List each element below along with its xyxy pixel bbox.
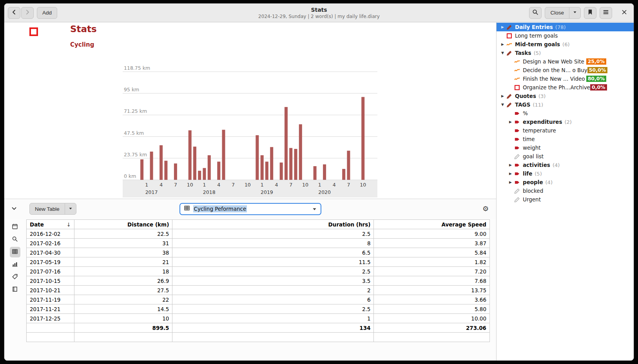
- table-cell[interactable]: 8: [172, 239, 374, 248]
- expander-right-icon[interactable]: ▶: [507, 180, 514, 184]
- table-cell[interactable]: 2017-05-19: [27, 257, 74, 267]
- sidebar-item-quotes[interactable]: ▶Quotes(3): [497, 92, 634, 100]
- sidebar-item-decide-on-the-n-o-buy[interactable]: Decide on the N… o Buy50,0%: [497, 66, 634, 74]
- close-diary-menu-button[interactable]: [569, 7, 581, 19]
- table-cell[interactable]: 3.66: [374, 295, 490, 304]
- table-cell[interactable]: 11.5: [172, 257, 374, 267]
- expander-right-icon[interactable]: ▶: [507, 172, 514, 176]
- table-cell[interactable]: 3.5: [172, 276, 374, 286]
- table-cell[interactable]: 6.5: [172, 248, 374, 257]
- collapse-panel-button[interactable]: [8, 203, 20, 215]
- new-table-menu-button[interactable]: [65, 203, 76, 215]
- table-selector-combo[interactable]: Cycling Peformance: [179, 203, 321, 215]
- expander-right-icon[interactable]: ▶: [499, 94, 506, 98]
- sidebar-item-blocked[interactable]: blocked: [497, 187, 634, 195]
- panel-mode-button-chart[interactable]: [10, 259, 20, 270]
- search-button[interactable]: [529, 7, 542, 19]
- sidebar-item-daily-entries[interactable]: ▶Daily Entries(78): [497, 23, 634, 31]
- expander-down-icon[interactable]: ▼: [499, 51, 506, 55]
- table-cell[interactable]: 2.5: [172, 267, 374, 276]
- table-cell[interactable]: 2017-10-21: [27, 286, 74, 295]
- expander-down-icon[interactable]: ▼: [499, 103, 506, 107]
- new-table-button[interactable]: New Table: [29, 203, 65, 215]
- column-header-average-speed[interactable]: Average Speed: [374, 220, 490, 229]
- expander-right-icon[interactable]: ▶: [507, 120, 514, 124]
- table-cell[interactable]: 26.9: [74, 276, 172, 286]
- expander-right-icon[interactable]: ▶: [499, 42, 506, 46]
- table-cell[interactable]: 10: [74, 314, 172, 323]
- table-settings-button[interactable]: ⚙: [480, 203, 491, 215]
- table-cell[interactable]: 21: [74, 257, 172, 267]
- table-cell[interactable]: 18: [74, 267, 172, 276]
- sidebar-item-activities[interactable]: ▶activities(4): [497, 161, 634, 169]
- table-cell[interactable]: 6: [172, 295, 374, 304]
- sidebar-item-organize-the-ph-archive[interactable]: Organize the Ph…Archive0,0%: [497, 83, 634, 92]
- sidebar-item-weight[interactable]: weight: [497, 143, 634, 152]
- table-cell[interactable]: 2017-10-15: [27, 276, 74, 286]
- svg-text:95 km: 95 km: [124, 87, 139, 92]
- table-cell[interactable]: 31: [74, 239, 172, 248]
- window-close-button[interactable]: [618, 7, 630, 19]
- table-cell[interactable]: 13.75: [374, 286, 490, 295]
- sidebar-item-item[interactable]: %: [497, 109, 634, 118]
- expander-right-icon[interactable]: ▶: [499, 25, 506, 29]
- column-header-duration-hrs[interactable]: Duration (hrs): [172, 220, 374, 229]
- table-cell[interactable]: 7.20: [374, 267, 490, 276]
- sidebar-item-design-a-new-web-site[interactable]: Design a New Web Site25,0%: [497, 57, 634, 66]
- expander-right-icon[interactable]: ▶: [507, 163, 514, 167]
- table-cell[interactable]: 2016-12-02: [27, 229, 74, 239]
- table-cell[interactable]: 7.68: [374, 276, 490, 286]
- table-row: 2017-05-192111.51.82: [27, 257, 490, 267]
- table-cell[interactable]: 2017-11-21: [27, 304, 74, 314]
- table-cell[interactable]: 1.82: [374, 257, 490, 267]
- table-cell[interactable]: 2017-02-16: [27, 239, 74, 248]
- table-cell[interactable]: 2017-04-30: [27, 248, 74, 257]
- table-cell[interactable]: 2: [172, 286, 374, 295]
- table-cell[interactable]: 2017-12-25: [27, 314, 74, 323]
- panel-mode-button-calendar[interactable]: [10, 222, 20, 232]
- sidebar-item-goal-list[interactable]: goal list: [497, 152, 634, 161]
- svg-text:2019: 2019: [261, 189, 273, 195]
- table-cell[interactable]: 5.80: [374, 304, 490, 314]
- sidebar-item-time[interactable]: time: [497, 135, 634, 143]
- panel-mode-button-notebook[interactable]: [10, 284, 20, 295]
- panel-mode-button-tag[interactable]: [10, 272, 20, 283]
- bookmark-button[interactable]: [584, 7, 596, 19]
- forward-button[interactable]: [21, 7, 34, 19]
- sidebar-item-long-term-goals[interactable]: Long term goals: [497, 31, 634, 40]
- table-cell[interactable]: 9.00: [374, 229, 490, 239]
- panel-mode-button-search[interactable]: [10, 234, 20, 245]
- table-cell[interactable]: 22: [74, 295, 172, 304]
- table-cell[interactable]: 1: [172, 314, 374, 323]
- panel-mode-button-table[interactable]: [10, 247, 20, 257]
- table-cell[interactable]: 14.5: [74, 304, 172, 314]
- sidebar-item-urgent[interactable]: Urgent: [497, 195, 634, 204]
- sidebar-item-people[interactable]: ▶people(4): [497, 178, 634, 187]
- table-cell[interactable]: 10.00: [374, 314, 490, 323]
- sidebar-item-finish-the-new-video[interactable]: Finish the New … Video80,0%: [497, 74, 634, 83]
- back-button[interactable]: [8, 7, 20, 19]
- pencil-icon: [506, 50, 514, 56]
- sidebar-item-temperature[interactable]: temperature: [497, 126, 634, 135]
- todo-checkbox-icon[interactable]: [29, 27, 38, 36]
- totals-cell: 273.06: [374, 323, 490, 333]
- add-entry-button[interactable]: Add: [37, 7, 57, 19]
- column-header-date[interactable]: Date↓: [27, 220, 74, 229]
- table-cell[interactable]: 2.5: [172, 229, 374, 239]
- table-cell[interactable]: 3.87: [374, 239, 490, 248]
- sidebar-item-life[interactable]: ▶life(5): [497, 169, 634, 178]
- sidebar-item-mid-term-goals[interactable]: ▶Mid-term goals(6): [497, 40, 634, 49]
- table-cell[interactable]: 2017-11-19: [27, 295, 74, 304]
- table-cell[interactable]: 22.5: [74, 229, 172, 239]
- sidebar-item-tasks[interactable]: ▼Tasks(5): [497, 49, 634, 57]
- sidebar-item-tags[interactable]: ▼TAGS(11): [497, 100, 634, 109]
- table-cell[interactable]: 27.5: [74, 286, 172, 295]
- table-cell[interactable]: 5.84: [374, 248, 490, 257]
- close-diary-button[interactable]: Close: [545, 7, 569, 19]
- column-header-distance-km[interactable]: Distance (km): [74, 220, 172, 229]
- table-cell[interactable]: 2017-07-16: [27, 267, 74, 276]
- table-cell[interactable]: 2.5: [172, 304, 374, 314]
- main-menu-button[interactable]: [600, 7, 612, 19]
- table-cell[interactable]: 38: [74, 248, 172, 257]
- sidebar-item-expenditures[interactable]: ▶expenditures(2): [497, 118, 634, 126]
